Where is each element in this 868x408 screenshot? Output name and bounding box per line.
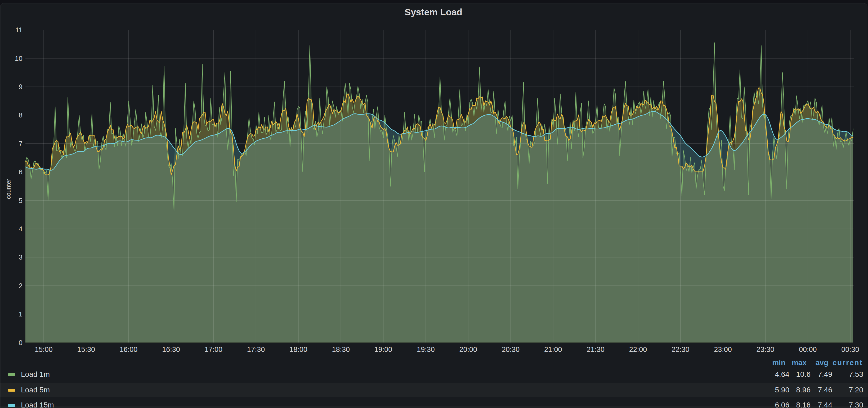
svg-text:17:00: 17:00	[205, 346, 223, 353]
svg-text:counter: counter	[5, 179, 12, 199]
svg-text:Load 15m: Load 15m	[21, 401, 54, 408]
svg-text:8: 8	[19, 111, 23, 119]
svg-text:8.16: 8.16	[796, 401, 811, 408]
svg-text:16:30: 16:30	[162, 346, 180, 353]
svg-text:19:30: 19:30	[417, 346, 435, 353]
svg-text:15:00: 15:00	[35, 346, 53, 353]
svg-text:System Load: System Load	[405, 7, 462, 17]
svg-text:4.64: 4.64	[775, 370, 789, 378]
svg-text:7.46: 7.46	[818, 386, 833, 394]
svg-text:22:00: 22:00	[629, 346, 647, 353]
svg-text:7: 7	[19, 140, 23, 148]
svg-text:current: current	[833, 359, 863, 367]
svg-text:20:30: 20:30	[502, 346, 520, 353]
svg-text:10.6: 10.6	[796, 370, 811, 378]
svg-text:5.90: 5.90	[775, 386, 789, 394]
svg-text:7.44: 7.44	[818, 401, 833, 408]
svg-text:5: 5	[19, 197, 23, 205]
svg-text:00:30: 00:30	[841, 346, 859, 353]
svg-text:1: 1	[19, 310, 23, 318]
svg-text:18:00: 18:00	[289, 346, 307, 353]
svg-text:18:30: 18:30	[332, 346, 350, 353]
svg-text:7.30: 7.30	[849, 401, 864, 408]
svg-text:2: 2	[19, 282, 23, 290]
svg-text:7.49: 7.49	[818, 370, 833, 378]
svg-text:17:30: 17:30	[247, 346, 265, 353]
svg-text:8.96: 8.96	[796, 386, 811, 394]
svg-text:21:00: 21:00	[544, 346, 562, 353]
svg-text:00:00: 00:00	[799, 346, 817, 353]
svg-text:7.20: 7.20	[849, 386, 864, 394]
svg-text:Load 5m: Load 5m	[21, 386, 50, 394]
svg-text:16:00: 16:00	[120, 346, 138, 353]
svg-text:23:30: 23:30	[756, 346, 775, 353]
svg-text:avg: avg	[815, 359, 828, 367]
svg-text:4: 4	[19, 225, 23, 233]
svg-text:19:00: 19:00	[374, 346, 393, 353]
svg-text:23:00: 23:00	[714, 346, 732, 353]
svg-text:10: 10	[15, 55, 23, 62]
svg-text:21:30: 21:30	[587, 346, 604, 353]
svg-text:6: 6	[19, 168, 23, 176]
svg-text:20:00: 20:00	[459, 346, 477, 353]
svg-text:6.06: 6.06	[775, 401, 789, 408]
svg-text:max: max	[792, 359, 807, 367]
svg-text:22:30: 22:30	[672, 346, 689, 353]
svg-text:0: 0	[19, 339, 23, 347]
svg-text:15:30: 15:30	[77, 346, 95, 353]
svg-text:9: 9	[19, 83, 23, 91]
svg-text:Load 1m: Load 1m	[21, 370, 50, 378]
svg-text:3: 3	[19, 253, 23, 261]
svg-text:7.53: 7.53	[849, 370, 864, 378]
svg-text:min: min	[772, 359, 785, 367]
svg-text:11: 11	[16, 26, 23, 34]
